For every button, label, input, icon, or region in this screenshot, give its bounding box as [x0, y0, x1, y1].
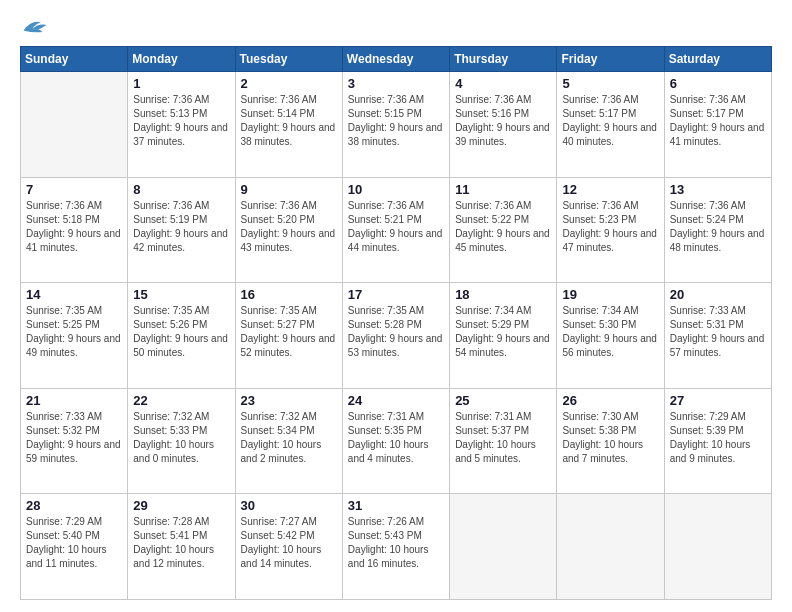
weekday-header-wednesday: Wednesday	[342, 47, 449, 72]
day-info: Sunrise: 7:35 AMSunset: 5:26 PMDaylight:…	[133, 304, 229, 360]
calendar-table: SundayMondayTuesdayWednesdayThursdayFrid…	[20, 46, 772, 600]
day-number: 3	[348, 76, 444, 91]
header	[20, 16, 772, 38]
calendar-cell: 31Sunrise: 7:26 AMSunset: 5:43 PMDayligh…	[342, 494, 449, 600]
day-info: Sunrise: 7:36 AMSunset: 5:21 PMDaylight:…	[348, 199, 444, 255]
day-info: Sunrise: 7:36 AMSunset: 5:20 PMDaylight:…	[241, 199, 337, 255]
calendar-cell: 2Sunrise: 7:36 AMSunset: 5:14 PMDaylight…	[235, 72, 342, 178]
calendar-cell: 21Sunrise: 7:33 AMSunset: 5:32 PMDayligh…	[21, 388, 128, 494]
day-info: Sunrise: 7:36 AMSunset: 5:17 PMDaylight:…	[562, 93, 658, 149]
calendar-cell: 11Sunrise: 7:36 AMSunset: 5:22 PMDayligh…	[450, 177, 557, 283]
day-number: 18	[455, 287, 551, 302]
calendar-cell: 3Sunrise: 7:36 AMSunset: 5:15 PMDaylight…	[342, 72, 449, 178]
calendar-cell: 17Sunrise: 7:35 AMSunset: 5:28 PMDayligh…	[342, 283, 449, 389]
weekday-header-sunday: Sunday	[21, 47, 128, 72]
day-info: Sunrise: 7:31 AMSunset: 5:35 PMDaylight:…	[348, 410, 444, 466]
calendar-cell: 24Sunrise: 7:31 AMSunset: 5:35 PMDayligh…	[342, 388, 449, 494]
calendar-cell: 20Sunrise: 7:33 AMSunset: 5:31 PMDayligh…	[664, 283, 771, 389]
calendar-cell: 13Sunrise: 7:36 AMSunset: 5:24 PMDayligh…	[664, 177, 771, 283]
calendar-cell: 22Sunrise: 7:32 AMSunset: 5:33 PMDayligh…	[128, 388, 235, 494]
calendar-cell	[664, 494, 771, 600]
day-number: 1	[133, 76, 229, 91]
day-number: 25	[455, 393, 551, 408]
day-info: Sunrise: 7:35 AMSunset: 5:25 PMDaylight:…	[26, 304, 122, 360]
calendar-week-row: 21Sunrise: 7:33 AMSunset: 5:32 PMDayligh…	[21, 388, 772, 494]
day-info: Sunrise: 7:33 AMSunset: 5:32 PMDaylight:…	[26, 410, 122, 466]
day-info: Sunrise: 7:36 AMSunset: 5:22 PMDaylight:…	[455, 199, 551, 255]
calendar-cell: 18Sunrise: 7:34 AMSunset: 5:29 PMDayligh…	[450, 283, 557, 389]
day-info: Sunrise: 7:36 AMSunset: 5:15 PMDaylight:…	[348, 93, 444, 149]
day-number: 28	[26, 498, 122, 513]
day-info: Sunrise: 7:34 AMSunset: 5:29 PMDaylight:…	[455, 304, 551, 360]
weekday-header-saturday: Saturday	[664, 47, 771, 72]
day-number: 22	[133, 393, 229, 408]
day-number: 9	[241, 182, 337, 197]
day-info: Sunrise: 7:27 AMSunset: 5:42 PMDaylight:…	[241, 515, 337, 571]
day-info: Sunrise: 7:34 AMSunset: 5:30 PMDaylight:…	[562, 304, 658, 360]
day-info: Sunrise: 7:33 AMSunset: 5:31 PMDaylight:…	[670, 304, 766, 360]
day-info: Sunrise: 7:36 AMSunset: 5:17 PMDaylight:…	[670, 93, 766, 149]
calendar-cell: 30Sunrise: 7:27 AMSunset: 5:42 PMDayligh…	[235, 494, 342, 600]
day-number: 19	[562, 287, 658, 302]
calendar-cell: 15Sunrise: 7:35 AMSunset: 5:26 PMDayligh…	[128, 283, 235, 389]
day-info: Sunrise: 7:28 AMSunset: 5:41 PMDaylight:…	[133, 515, 229, 571]
weekday-header-monday: Monday	[128, 47, 235, 72]
day-info: Sunrise: 7:32 AMSunset: 5:34 PMDaylight:…	[241, 410, 337, 466]
day-number: 17	[348, 287, 444, 302]
logo	[20, 16, 52, 38]
calendar-cell: 25Sunrise: 7:31 AMSunset: 5:37 PMDayligh…	[450, 388, 557, 494]
day-info: Sunrise: 7:36 AMSunset: 5:23 PMDaylight:…	[562, 199, 658, 255]
day-number: 6	[670, 76, 766, 91]
day-number: 10	[348, 182, 444, 197]
calendar-cell: 28Sunrise: 7:29 AMSunset: 5:40 PMDayligh…	[21, 494, 128, 600]
day-number: 8	[133, 182, 229, 197]
calendar-week-row: 28Sunrise: 7:29 AMSunset: 5:40 PMDayligh…	[21, 494, 772, 600]
day-info: Sunrise: 7:36 AMSunset: 5:16 PMDaylight:…	[455, 93, 551, 149]
day-number: 31	[348, 498, 444, 513]
day-info: Sunrise: 7:30 AMSunset: 5:38 PMDaylight:…	[562, 410, 658, 466]
calendar-cell	[450, 494, 557, 600]
calendar-cell: 19Sunrise: 7:34 AMSunset: 5:30 PMDayligh…	[557, 283, 664, 389]
weekday-header-tuesday: Tuesday	[235, 47, 342, 72]
day-info: Sunrise: 7:26 AMSunset: 5:43 PMDaylight:…	[348, 515, 444, 571]
day-number: 13	[670, 182, 766, 197]
day-number: 29	[133, 498, 229, 513]
day-info: Sunrise: 7:35 AMSunset: 5:27 PMDaylight:…	[241, 304, 337, 360]
calendar-page: SundayMondayTuesdayWednesdayThursdayFrid…	[0, 0, 792, 612]
calendar-cell: 6Sunrise: 7:36 AMSunset: 5:17 PMDaylight…	[664, 72, 771, 178]
day-number: 14	[26, 287, 122, 302]
day-info: Sunrise: 7:29 AMSunset: 5:39 PMDaylight:…	[670, 410, 766, 466]
calendar-cell: 8Sunrise: 7:36 AMSunset: 5:19 PMDaylight…	[128, 177, 235, 283]
day-info: Sunrise: 7:36 AMSunset: 5:13 PMDaylight:…	[133, 93, 229, 149]
day-number: 23	[241, 393, 337, 408]
day-number: 4	[455, 76, 551, 91]
weekday-header-row: SundayMondayTuesdayWednesdayThursdayFrid…	[21, 47, 772, 72]
day-info: Sunrise: 7:29 AMSunset: 5:40 PMDaylight:…	[26, 515, 122, 571]
calendar-week-row: 1Sunrise: 7:36 AMSunset: 5:13 PMDaylight…	[21, 72, 772, 178]
calendar-cell: 23Sunrise: 7:32 AMSunset: 5:34 PMDayligh…	[235, 388, 342, 494]
calendar-cell: 5Sunrise: 7:36 AMSunset: 5:17 PMDaylight…	[557, 72, 664, 178]
calendar-cell: 29Sunrise: 7:28 AMSunset: 5:41 PMDayligh…	[128, 494, 235, 600]
day-info: Sunrise: 7:36 AMSunset: 5:18 PMDaylight:…	[26, 199, 122, 255]
calendar-cell	[557, 494, 664, 600]
day-info: Sunrise: 7:36 AMSunset: 5:14 PMDaylight:…	[241, 93, 337, 149]
calendar-cell: 16Sunrise: 7:35 AMSunset: 5:27 PMDayligh…	[235, 283, 342, 389]
day-number: 5	[562, 76, 658, 91]
day-number: 21	[26, 393, 122, 408]
day-info: Sunrise: 7:35 AMSunset: 5:28 PMDaylight:…	[348, 304, 444, 360]
calendar-cell: 9Sunrise: 7:36 AMSunset: 5:20 PMDaylight…	[235, 177, 342, 283]
day-number: 11	[455, 182, 551, 197]
day-number: 30	[241, 498, 337, 513]
calendar-cell: 1Sunrise: 7:36 AMSunset: 5:13 PMDaylight…	[128, 72, 235, 178]
day-number: 27	[670, 393, 766, 408]
calendar-cell: 12Sunrise: 7:36 AMSunset: 5:23 PMDayligh…	[557, 177, 664, 283]
calendar-cell	[21, 72, 128, 178]
day-number: 16	[241, 287, 337, 302]
day-info: Sunrise: 7:32 AMSunset: 5:33 PMDaylight:…	[133, 410, 229, 466]
calendar-cell: 7Sunrise: 7:36 AMSunset: 5:18 PMDaylight…	[21, 177, 128, 283]
calendar-cell: 14Sunrise: 7:35 AMSunset: 5:25 PMDayligh…	[21, 283, 128, 389]
calendar-cell: 10Sunrise: 7:36 AMSunset: 5:21 PMDayligh…	[342, 177, 449, 283]
weekday-header-thursday: Thursday	[450, 47, 557, 72]
day-number: 20	[670, 287, 766, 302]
day-info: Sunrise: 7:36 AMSunset: 5:19 PMDaylight:…	[133, 199, 229, 255]
